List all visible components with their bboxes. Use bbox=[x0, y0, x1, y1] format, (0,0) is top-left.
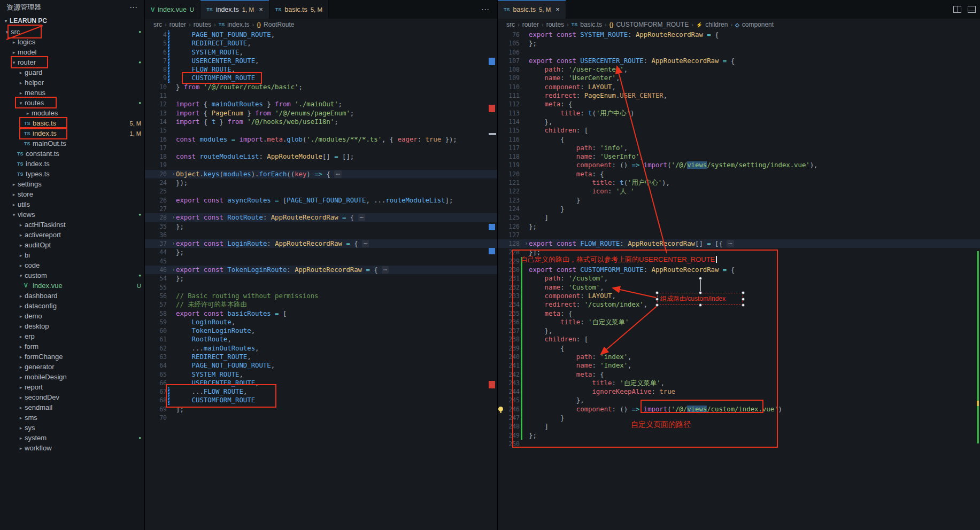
fold-collapsed-icon[interactable]: › bbox=[171, 213, 176, 222]
breadcrumb-item-router[interactable]: router bbox=[169, 21, 186, 28]
code-line-56[interactable]: 56// Basic routing without permissions bbox=[145, 292, 497, 300]
breadcrumb-item-CUSTOMFORM_ROUTE[interactable]: CUSTOMFORM_ROUTE bbox=[616, 21, 689, 28]
code-line-125[interactable]: 125 ] bbox=[498, 213, 980, 222]
tree-item-generator[interactable]: ▸generator bbox=[0, 362, 144, 372]
code-line-65[interactable]: 65 SYSTEM_ROUTE, bbox=[145, 370, 497, 379]
code-line-124[interactable]: 124 } bbox=[498, 205, 980, 213]
code-line-120[interactable]: 120 meta: { bbox=[498, 170, 980, 178]
tab-index.ts[interactable]: TSindex.ts1, M× bbox=[200, 0, 269, 19]
code-line-11[interactable]: 11 bbox=[145, 91, 497, 100]
tab-basic.ts[interactable]: TSbasic.ts5, M bbox=[269, 0, 329, 19]
breadcrumb-item-router[interactable]: router bbox=[522, 21, 539, 28]
code-line-106[interactable]: 106 bbox=[498, 48, 980, 57]
tree-item-settings[interactable]: ▸settings bbox=[0, 179, 144, 189]
code-line-249[interactable]: 249}; bbox=[498, 431, 980, 440]
tree-item-formChange[interactable]: ▸formChange bbox=[0, 352, 144, 362]
tree-item-activereport[interactable]: ▸activereport bbox=[0, 230, 144, 240]
close-icon[interactable]: × bbox=[555, 5, 560, 13]
code-line-57[interactable]: 57// 未经许可的基本路由 bbox=[145, 300, 497, 309]
code-line-118[interactable]: 118 name: 'UserInfo', bbox=[498, 152, 980, 161]
tree-item-mobileDesign[interactable]: ▸mobileDesign bbox=[0, 372, 144, 382]
code-line-235[interactable]: 235 meta: { bbox=[498, 309, 980, 318]
lightbulb-icon[interactable] bbox=[498, 407, 503, 411]
tree-item-erp[interactable]: ▸erp bbox=[0, 331, 144, 341]
fold-collapsed-icon[interactable]: › bbox=[171, 239, 176, 248]
tree-item-utils[interactable]: ▸utils bbox=[0, 199, 144, 209]
tree-item-actHiTaskinst[interactable]: ▸actHiTaskinst bbox=[0, 220, 144, 230]
tree-item-dashboard[interactable]: ▸dashboard bbox=[0, 291, 144, 301]
code-line-37[interactable]: 37›export const LoginRoute: AppRouteReco… bbox=[145, 239, 497, 248]
code-line-246[interactable]: 246 component: () => import('/@/views/cu… bbox=[498, 405, 980, 414]
code-line-60[interactable]: 60 TokenLoginRoute, bbox=[145, 326, 497, 335]
breadcrumb-item-src[interactable]: src bbox=[506, 21, 515, 28]
fold-collapsed-icon[interactable]: › bbox=[171, 170, 176, 178]
code-line-240[interactable]: 240 path: 'index', bbox=[498, 353, 980, 361]
code-line-26[interactable]: 26export const asyncRoutes = [PAGE_NOT_F… bbox=[145, 196, 497, 205]
code-line-105[interactable]: 105}; bbox=[498, 39, 980, 48]
tree-item-routes[interactable]: ▾routes● bbox=[0, 98, 144, 108]
code-line-19[interactable]: 19 bbox=[145, 161, 497, 169]
code-line-107[interactable]: 107export const USERCENTER_ROUTE: AppRou… bbox=[498, 57, 980, 65]
code-line-128[interactable]: 128›export const FLOW_ROUTE: AppRouteRec… bbox=[498, 239, 980, 248]
fold-collapsed-icon[interactable]: › bbox=[524, 239, 529, 248]
code-line-116[interactable]: 116 { bbox=[498, 135, 980, 144]
code-line-54[interactable]: 54}; bbox=[145, 274, 497, 283]
tree-item-workflow[interactable]: ▸workflow bbox=[0, 443, 144, 453]
code-line-117[interactable]: 117 path: 'info', bbox=[498, 144, 980, 152]
code-line-247[interactable]: 247 } bbox=[498, 414, 980, 422]
breadcrumb-item-basic.ts[interactable]: basic.ts bbox=[580, 21, 602, 28]
code-line-62[interactable]: 62 ...mainOutRoutes, bbox=[145, 344, 497, 353]
tree-item-helper[interactable]: ▸helper bbox=[0, 77, 144, 88]
explorer-more-icon[interactable]: ⋯ bbox=[129, 3, 138, 12]
tree-item-logics[interactable]: ▸logics bbox=[0, 37, 144, 47]
code-line-20[interactable]: 20›Object.keys(modules).forEach((key) =>… bbox=[145, 170, 497, 178]
code-line-126[interactable]: 126}; bbox=[498, 222, 980, 231]
tree-item-sms[interactable]: ▸sms bbox=[0, 412, 144, 423]
code-line-36[interactable]: 36 bbox=[145, 231, 497, 239]
code-line-230[interactable]: 230export const CUSTOMFORM_ROUTE: AppRou… bbox=[498, 266, 980, 274]
selection-handle[interactable] bbox=[655, 291, 659, 294]
code-line-24[interactable]: 24}); bbox=[145, 178, 497, 187]
code-line-232[interactable]: 232 name: 'Custom', bbox=[498, 283, 980, 292]
code-line-68[interactable]: 68 CUSTOMFORM_ROUTE bbox=[145, 396, 497, 404]
code-line-244[interactable]: 244 ignoreKeepAlive: true bbox=[498, 387, 980, 396]
tree-item-sys[interactable]: ▸sys bbox=[0, 423, 144, 433]
workspace-section-header[interactable]: ▾ LEARUN PC bbox=[0, 15, 144, 27]
tree-item-store[interactable]: ▸store bbox=[0, 189, 144, 199]
fold-collapsed-icon[interactable]: › bbox=[171, 266, 176, 274]
tab-index.vue[interactable]: Vindex.vueU bbox=[145, 0, 200, 19]
selection-handle[interactable] bbox=[699, 303, 702, 307]
tree-item-desktop[interactable]: ▸desktop bbox=[0, 321, 144, 331]
code-line-236[interactable]: 236 title: '自定义菜单' bbox=[498, 318, 980, 326]
code-line-58[interactable]: 58export const basicRoutes = [ bbox=[145, 309, 497, 318]
breadcrumb-item-index.ts[interactable]: index.ts bbox=[227, 21, 249, 28]
split-editor-icon[interactable] bbox=[953, 6, 961, 13]
code-line-109[interactable]: 109 name: 'UserCenter', bbox=[498, 74, 980, 82]
code-line-7[interactable]: 7 USERCENTER_ROUTE, bbox=[145, 57, 497, 65]
tree-item-mainOut.ts[interactable]: TSmainOut.ts bbox=[0, 138, 144, 149]
code-line-66[interactable]: 66 USERCENTER_ROUTE, bbox=[145, 379, 497, 387]
code-line-248[interactable]: 248 ] bbox=[498, 422, 980, 431]
code-line-243[interactable]: 243 title: '自定义菜单', bbox=[498, 379, 980, 387]
code-line-76[interactable]: 76export const SYSTEM_ROUTE: AppRouteRec… bbox=[498, 30, 980, 39]
code-line-111[interactable]: 111 redirect: PageEnum.USER_CENTER, bbox=[498, 91, 980, 100]
code-line-35[interactable]: 35}; bbox=[145, 222, 497, 231]
tree-item-auditOpt[interactable]: ▸auditOpt bbox=[0, 240, 144, 250]
tree-item-index.ts[interactable]: TSindex.ts bbox=[0, 159, 144, 169]
code-line-4[interactable]: 4 PAGE_NOT_FOUND_ROUTE, bbox=[145, 30, 497, 39]
tree-item-guard[interactable]: ▸guard bbox=[0, 67, 144, 77]
code-line-237[interactable]: 237 }, bbox=[498, 326, 980, 335]
selection-handle[interactable] bbox=[655, 303, 659, 307]
tree-item-src[interactable]: ▾src● bbox=[0, 27, 144, 37]
tree-item-sendmail[interactable]: ▸sendmail bbox=[0, 402, 144, 412]
code-line-63[interactable]: 63 REDIRECT_ROUTE, bbox=[145, 353, 497, 361]
code-line-238[interactable]: 238 children: [ bbox=[498, 335, 980, 344]
code-line-28[interactable]: 28›export const RootRoute: AppRouteRecor… bbox=[145, 213, 497, 222]
code-line-67[interactable]: 67 ...FLOW_ROUTE, bbox=[145, 387, 497, 396]
code-line-112[interactable]: 112 meta: { bbox=[498, 100, 980, 108]
code-line-114[interactable]: 114 }, bbox=[498, 118, 980, 126]
code-line-110[interactable]: 110 component: LAYOUT, bbox=[498, 83, 980, 91]
breadcrumb-item-routes[interactable]: routes bbox=[194, 21, 211, 28]
code-line-121[interactable]: 121 title: t('用户中心'), bbox=[498, 178, 980, 187]
rotate-handle[interactable] bbox=[699, 277, 702, 280]
